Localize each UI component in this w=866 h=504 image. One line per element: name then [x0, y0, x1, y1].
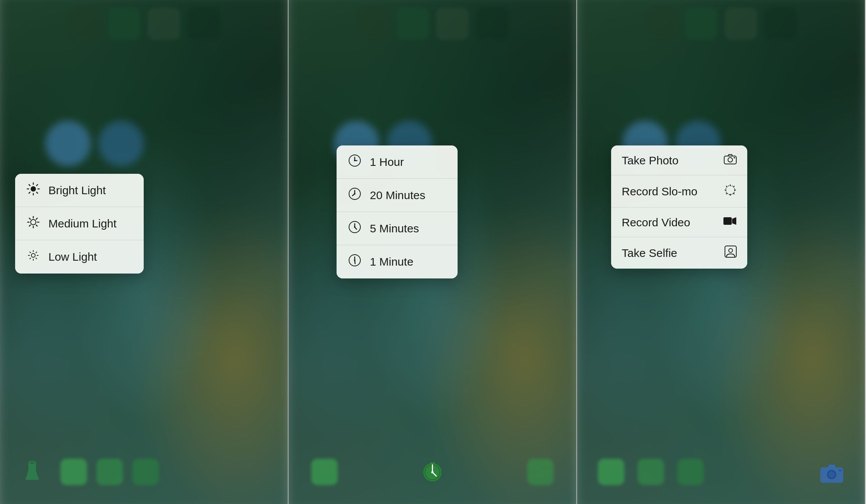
svg-rect-71	[838, 469, 841, 472]
svg-marker-65	[732, 217, 736, 225]
flashlight-dock-icon	[21, 459, 43, 483]
svg-point-50	[431, 471, 433, 473]
svg-line-6	[37, 192, 38, 193]
low-light-item[interactable]: Low Light	[15, 240, 144, 274]
clock-20min-icon	[347, 187, 362, 204]
svg-line-60	[726, 186, 727, 187]
svg-point-37	[354, 193, 355, 195]
svg-point-53	[728, 158, 733, 162]
low-light-icon	[26, 249, 41, 265]
slomo-icon	[724, 184, 737, 199]
svg-point-41	[354, 226, 355, 228]
camera-menu: Take Photo Record Slo-mo	[611, 145, 747, 269]
svg-line-62	[733, 186, 734, 187]
bright-light-icon	[26, 182, 41, 199]
1-minute-label: 1 Minute	[370, 255, 447, 268]
1-hour-item[interactable]: 1 Hour	[337, 145, 458, 179]
svg-rect-29	[30, 462, 34, 464]
panel-camera: Take Photo Record Slo-mo	[577, 0, 866, 504]
svg-point-33	[354, 160, 355, 161]
svg-rect-51	[430, 462, 435, 464]
take-photo-label: Take Photo	[622, 154, 716, 167]
record-video-item[interactable]: Record Video	[611, 207, 747, 237]
record-video-label: Record Video	[622, 216, 715, 229]
20-minutes-label: 20 Minutes	[370, 189, 447, 202]
svg-line-25	[36, 252, 37, 253]
record-slomo-label: Record Slo-mo	[622, 185, 716, 198]
take-photo-item[interactable]: Take Photo	[611, 145, 747, 175]
selfie-icon	[725, 246, 737, 260]
svg-line-16	[36, 218, 37, 220]
take-selfie-label: Take Selfie	[622, 247, 717, 260]
svg-rect-64	[723, 217, 732, 225]
svg-line-14	[29, 218, 31, 220]
dock-icon-blurred	[527, 459, 554, 485]
timer-menu: 1 Hour 20 Minutes	[337, 145, 458, 278]
5-minutes-label: 5 Minutes	[370, 222, 447, 235]
clock-1hour-icon	[347, 154, 362, 170]
svg-line-8	[29, 192, 30, 193]
camera-dock-icon	[819, 463, 844, 485]
medium-light-label: Medium Light	[48, 217, 133, 230]
svg-line-7	[37, 185, 38, 186]
take-selfie-item[interactable]: Take Selfie	[611, 237, 747, 269]
flashlight-menu: Bright Light Medium Light	[15, 174, 144, 274]
svg-point-45	[354, 260, 355, 261]
medium-light-icon	[26, 215, 41, 232]
low-light-label: Low Light	[48, 250, 133, 263]
1-hour-label: 1 Hour	[370, 156, 447, 169]
dock-icon-blurred	[311, 459, 338, 485]
svg-line-61	[733, 193, 734, 194]
svg-line-15	[36, 225, 37, 226]
svg-rect-54	[734, 157, 735, 158]
svg-marker-28	[25, 470, 39, 480]
svg-line-5	[29, 185, 30, 186]
20-minutes-item[interactable]: 20 Minutes	[337, 179, 458, 212]
dock-icon-blurred	[638, 459, 664, 485]
dock-icon-blurred	[61, 459, 87, 485]
svg-line-63	[726, 193, 727, 194]
panel-flashlight: Bright Light Medium Light	[0, 0, 289, 504]
svg-line-23	[30, 252, 31, 253]
svg-point-9	[31, 220, 36, 225]
bright-light-item[interactable]: Bright Light	[15, 174, 144, 207]
record-slomo-item[interactable]: Record Slo-mo	[611, 175, 747, 207]
video-icon	[723, 216, 737, 229]
dock-icon-blurred	[132, 459, 159, 485]
timer-dock-icon	[420, 459, 445, 485]
clock-1min-icon	[347, 254, 362, 270]
svg-point-67	[729, 249, 733, 252]
1-minute-item[interactable]: 1 Minute	[337, 245, 458, 278]
medium-light-item[interactable]: Medium Light	[15, 207, 144, 240]
panel-timer: 1 Hour 20 Minutes	[289, 0, 577, 504]
dock-icon-blurred	[96, 459, 123, 485]
camera-icon	[724, 154, 737, 167]
svg-point-0	[31, 186, 36, 192]
clock-5min-icon	[347, 220, 362, 237]
svg-point-18	[31, 254, 35, 257]
dock-icon-blurred	[598, 459, 624, 485]
dock-icon-blurred	[677, 459, 704, 485]
svg-line-26	[30, 258, 31, 259]
svg-line-24	[36, 258, 37, 259]
5-minutes-item[interactable]: 5 Minutes	[337, 212, 458, 245]
bright-light-label: Bright Light	[48, 184, 133, 197]
svg-line-17	[29, 225, 31, 226]
